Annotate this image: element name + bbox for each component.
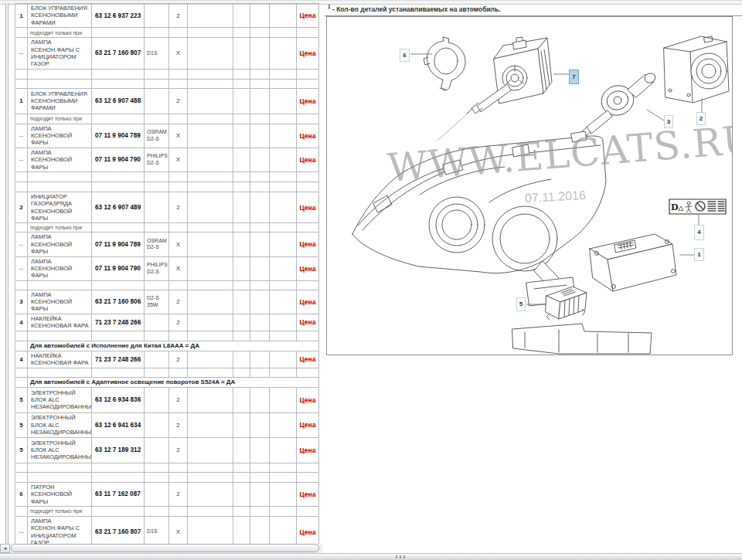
empty-cell	[15, 79, 28, 88]
price-link[interactable]: Цена	[300, 421, 316, 429]
empty-cell	[15, 472, 28, 482]
scrollbar-thumb[interactable]	[11, 544, 319, 552]
svg-text:D: D	[671, 202, 679, 212]
num-cell: 5	[15, 437, 28, 463]
empty-cell	[169, 79, 188, 88]
callout-5[interactable]: 5	[516, 297, 526, 311]
empty-cell	[169, 506, 188, 516]
empty-cell	[145, 114, 169, 124]
price-cell: Цена	[297, 124, 319, 148]
empty-cell	[92, 182, 145, 192]
callout-3[interactable]: 3	[664, 115, 673, 128]
horizontal-scrollbar[interactable]: ◄	[0, 544, 322, 553]
empty-cell	[270, 387, 297, 412]
price-link[interactable]: Цена	[300, 528, 316, 536]
empty-cell	[145, 223, 169, 232]
empty-cell	[233, 88, 250, 114]
qty-cell: X	[169, 38, 188, 70]
empty-cell	[28, 472, 92, 482]
empty-cell	[188, 516, 233, 544]
empty-cell	[233, 331, 250, 341]
empty-cell	[188, 114, 233, 124]
callout-7[interactable]: 7	[569, 70, 579, 84]
empty-cell	[169, 182, 188, 192]
splitter-grip-icon[interactable]	[396, 555, 407, 558]
callout-6[interactable]: 6	[400, 49, 410, 62]
empty-cell	[233, 124, 250, 148]
empty-cell	[250, 516, 270, 544]
table-row: 1БЛОК УПРАВЛЕНИЯ КСЕНОНОВЫМИ ФАРАМИ63 12…	[15, 4, 319, 28]
price-link[interactable]: Цена	[300, 156, 316, 164]
qty-cell: 2	[169, 192, 188, 223]
callout-2[interactable]: 2	[696, 112, 706, 125]
price-link[interactable]: Цена	[300, 298, 316, 306]
empty-cell	[233, 290, 250, 314]
qty-cell: 2	[169, 437, 188, 463]
empty-cell	[270, 437, 297, 463]
empty-cell	[188, 351, 233, 368]
empty-cell	[188, 331, 233, 341]
callout-4[interactable]: 4	[694, 225, 704, 240]
price-link[interactable]: Цена	[300, 355, 316, 363]
empty-cell	[250, 232, 270, 256]
bottom-splitter[interactable]	[0, 553, 742, 560]
empty-cell	[250, 314, 270, 331]
pn-cell: 71 23 7 248 266	[92, 351, 145, 368]
spec-cell: OSRAM D2-S	[145, 232, 169, 256]
table-row	[15, 79, 319, 88]
num-cell: 1	[15, 88, 28, 114]
empty-cell	[270, 4, 297, 28]
empty-cell	[188, 79, 233, 88]
price-cell: Цена	[297, 290, 319, 314]
price-link[interactable]: Цена	[300, 132, 316, 140]
table-row: 1БЛОК УПРАВЛЕНИЯ КСЕНОНОВЫМИ ФАРАМИ63 12…	[15, 88, 319, 114]
empty-cell	[233, 368, 250, 377]
price-link[interactable]: Цена	[300, 204, 316, 212]
empty-cell	[270, 28, 297, 38]
empty-cell	[270, 182, 297, 192]
empty-cell	[233, 387, 250, 412]
empty-cell	[145, 182, 169, 192]
empty-cell	[270, 506, 297, 516]
empty-cell	[169, 280, 188, 290]
empty-cell	[169, 472, 188, 482]
empty-cell	[145, 69, 169, 79]
empty-cell	[270, 351, 297, 368]
spec-cell: OSRAM D2-S	[145, 124, 169, 148]
empty-cell	[297, 472, 319, 482]
empty-cell	[145, 171, 169, 182]
empty-cell	[169, 331, 188, 341]
price-link[interactable]: Цена	[300, 490, 316, 498]
name-cell: НАКЛЕЙКА КСЕНОНОВАЯ ФАРА	[28, 314, 92, 331]
name-cell: ЛАМПА КСЕНОНОВОЙ ФАРЫ	[28, 148, 92, 171]
price-link[interactable]: Цена	[300, 446, 316, 454]
scroll-left-arrow-icon[interactable]: ◄	[0, 544, 10, 553]
empty-cell	[233, 4, 250, 28]
price-link[interactable]: Цена	[300, 49, 316, 57]
empty-cell	[169, 28, 188, 38]
price-link[interactable]: Цена	[300, 318, 316, 326]
empty-cell	[233, 69, 250, 79]
empty-cell	[92, 171, 145, 182]
empty-cell	[15, 182, 28, 192]
num-cell	[15, 341, 28, 351]
price-link[interactable]: Цена	[300, 396, 316, 404]
name-cell: БЛОК УПРАВЛЕНИЯ КСЕНОНОВЫМИ ФАРАМИ	[28, 4, 92, 28]
pane-divider[interactable]	[5, 3, 9, 544]
empty-cell	[145, 472, 169, 482]
empty-cell	[250, 79, 270, 88]
spec-cell	[145, 192, 169, 223]
empty-cell	[233, 171, 250, 182]
pn-cell: 71 23 7 248 266	[92, 314, 145, 331]
price-link[interactable]: Цена	[300, 240, 316, 248]
price-link[interactable]: Цена	[300, 97, 316, 105]
callout-1[interactable]: 1	[694, 248, 704, 261]
empty-cell	[270, 79, 297, 88]
empty-cell	[250, 148, 270, 171]
price-link[interactable]: Цена	[300, 12, 316, 19]
price-link[interactable]: Цена	[300, 265, 316, 273]
empty-cell	[297, 171, 319, 182]
empty-cell	[28, 280, 92, 290]
empty-cell	[270, 472, 297, 482]
spec-cell	[145, 412, 169, 437]
